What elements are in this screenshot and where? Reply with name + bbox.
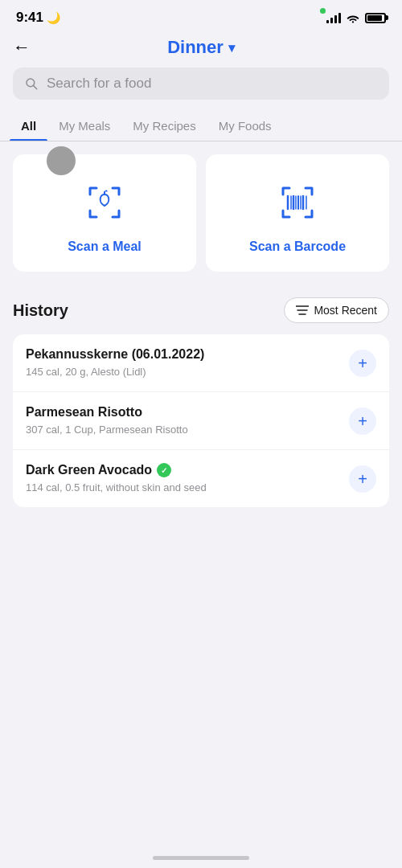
scan-meal-card[interactable]: Scan a Meal: [13, 154, 196, 272]
status-bar: 9:41 🌙: [0, 0, 402, 31]
history-header: History Most Recent: [13, 285, 389, 334]
wifi-icon: [346, 13, 360, 23]
food-info: Dark Green Avocado ✓ 114 cal, 0.5 fruit,…: [26, 463, 339, 494]
verified-badge: ✓: [157, 463, 171, 477]
food-info: Pekannusskerne (06.01.2022) 145 cal, 20 …: [26, 347, 339, 379]
food-list: Pekannusskerne (06.01.2022) 145 cal, 20 …: [13, 334, 389, 507]
tab-my-meals[interactable]: My Meals: [47, 109, 121, 141]
food-name: Dark Green Avocado: [26, 463, 152, 477]
history-title: History: [13, 301, 68, 320]
history-section: History Most Recent Pekannusskerne (06.0…: [0, 285, 402, 507]
search-icon: [24, 76, 39, 91]
search-input[interactable]: Search for a food: [47, 76, 151, 92]
food-details: 114 cal, 0.5 fruit, without skin and see…: [26, 481, 207, 493]
chevron-down-icon[interactable]: ▾: [228, 40, 235, 55]
home-indicator: [153, 856, 249, 860]
food-details: 145 cal, 20 g, Alesto (Lidl): [26, 366, 146, 378]
avatar: [47, 146, 76, 175]
nav-title: Dinner ▾: [167, 37, 235, 58]
status-icons: [326, 12, 386, 23]
search-box[interactable]: Search for a food: [13, 68, 389, 100]
table-row[interactable]: Pekannusskerne (06.01.2022) 145 cal, 20 …: [13, 334, 389, 392]
add-button[interactable]: +: [349, 350, 376, 377]
table-row[interactable]: Dark Green Avocado ✓ 114 cal, 0.5 fruit,…: [13, 450, 389, 507]
scan-meal-icon: [79, 177, 130, 228]
sort-icon: [296, 305, 309, 316]
scan-barcode-label: Scan a Barcode: [249, 240, 346, 254]
food-info: Parmesean Risotto 307 cal, 1 Cup, Parmes…: [26, 405, 339, 436]
scan-section: Scan a Meal Scan a Barcode: [0, 141, 402, 285]
moon-icon: 🌙: [47, 11, 60, 24]
signal-icon: [326, 12, 341, 23]
green-dot: [320, 8, 326, 14]
tab-all[interactable]: All: [10, 109, 47, 141]
tabs-container: All My Meals My Recipes My Foods: [0, 109, 402, 141]
scan-barcode-icon: [272, 177, 323, 228]
scan-barcode-card[interactable]: Scan a Barcode: [206, 154, 389, 272]
sort-button[interactable]: Most Recent: [284, 297, 389, 323]
food-name: Parmesean Risotto: [26, 405, 142, 420]
table-row[interactable]: Parmesean Risotto 307 cal, 1 Cup, Parmes…: [13, 392, 389, 450]
add-button[interactable]: +: [349, 407, 376, 435]
nav-bar: ← Dinner ▾: [0, 31, 402, 68]
plus-icon: +: [358, 355, 367, 371]
search-container: Search for a food: [0, 68, 402, 109]
back-button[interactable]: ←: [13, 37, 31, 58]
battery-icon: [365, 13, 386, 23]
food-details: 307 cal, 1 Cup, Parmesean Risotto: [26, 424, 188, 436]
tab-my-recipes[interactable]: My Recipes: [121, 109, 207, 141]
plus-icon: +: [358, 471, 367, 487]
status-time: 9:41: [16, 10, 43, 26]
sort-label: Most Recent: [314, 304, 377, 317]
add-button[interactable]: +: [349, 465, 376, 493]
tab-my-foods[interactable]: My Foods: [207, 109, 283, 141]
scan-meal-label: Scan a Meal: [68, 240, 142, 254]
plus-icon: +: [358, 413, 367, 429]
food-name: Pekannusskerne (06.01.2022): [26, 347, 204, 362]
nav-title-text: Dinner: [167, 37, 224, 58]
